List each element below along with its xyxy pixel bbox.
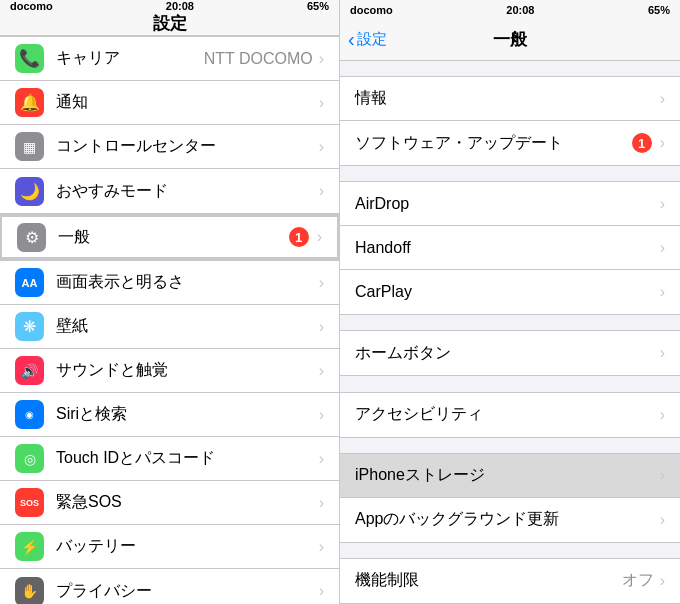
right-carrier: docomo — [350, 4, 393, 16]
right-battery: 65% — [648, 4, 670, 16]
right-list-5: iPhoneストレージ › Appのバックグラウンド更新 › — [340, 453, 680, 543]
touch-id-label: Touch IDとパスコード — [56, 448, 319, 469]
sounds-label: サウンドと触覚 — [56, 360, 319, 381]
right-panel: docomo 20:08 65% ‹ 設定 一般 情報 › ソフトウェア・アップ… — [340, 0, 680, 604]
wallpaper-chevron: › — [319, 318, 324, 336]
right-nav-bar: ‹ 設定 一般 — [340, 19, 680, 61]
right-list-2: AirDrop › Handoff › CarPlay › — [340, 181, 680, 315]
home-button-label: ホームボタン — [355, 343, 660, 364]
accessibility-label: アクセシビリティ — [355, 404, 660, 425]
sidebar-item-siri[interactable]: ◉ Siriと検索 › — [0, 393, 339, 437]
siri-chevron: › — [319, 406, 324, 424]
back-button[interactable]: ‹ 設定 — [348, 30, 387, 49]
carplay-label: CarPlay — [355, 283, 660, 301]
general-icon: ⚙ — [17, 223, 46, 252]
bg-refresh-chevron: › — [660, 511, 665, 529]
touch-id-chevron: › — [319, 450, 324, 468]
restrictions-label: 機能制限 — [355, 570, 622, 591]
carrier-label: キャリア — [56, 48, 204, 69]
software-update-label: ソフトウェア・アップデート — [355, 133, 632, 154]
sidebar-item-battery[interactable]: ⚡ バッテリー › — [0, 525, 339, 569]
do-not-disturb-chevron: › — [319, 182, 324, 200]
touch-id-icon: ◎ — [15, 444, 44, 473]
siri-icon: ◉ — [15, 400, 44, 429]
right-list-4: アクセシビリティ › — [340, 392, 680, 438]
settings-list-1: 📞 キャリア NTT DOCOMO › 🔔 通知 › ▦ コントロールセンター … — [0, 36, 339, 214]
sos-label: 緊急SOS — [56, 492, 319, 513]
sidebar-item-notifications[interactable]: 🔔 通知 › — [0, 81, 339, 125]
restrictions-value: オフ — [622, 570, 654, 591]
right-list-3: ホームボタン › — [340, 330, 680, 376]
battery-label: バッテリー — [56, 536, 319, 557]
left-status-bar: docomo 20:08 65% — [0, 0, 339, 12]
iphone-storage-chevron: › — [660, 466, 665, 484]
right-sep-5 — [340, 438, 680, 453]
sidebar-item-do-not-disturb[interactable]: 🌙 おやすみモード › — [0, 169, 339, 213]
notifications-label: 通知 — [56, 92, 319, 113]
sidebar-item-display[interactable]: AA 画面表示と明るさ › — [0, 261, 339, 305]
sos-chevron: › — [319, 494, 324, 512]
carrier-icon: 📞 — [15, 44, 44, 73]
general-label: 一般 — [58, 227, 289, 248]
sidebar-item-general[interactable]: ⚙ 一般 1 › — [0, 215, 339, 259]
control-center-chevron: › — [319, 138, 324, 156]
right-status-bar: docomo 20:08 65% — [340, 0, 680, 19]
right-nav-title: 一般 — [493, 28, 527, 51]
left-nav-bar: 設定 — [0, 12, 339, 36]
airdrop-chevron: › — [660, 195, 665, 213]
right-list-1: 情報 › ソフトウェア・アップデート 1 › — [340, 76, 680, 166]
carplay-chevron: › — [660, 283, 665, 301]
airdrop-label: AirDrop — [355, 195, 660, 213]
back-label: 設定 — [357, 30, 387, 49]
right-item-restrictions[interactable]: 機能制限 オフ › — [340, 559, 680, 603]
privacy-chevron: › — [319, 582, 324, 600]
software-update-chevron: › — [660, 134, 665, 152]
right-item-software-update[interactable]: ソフトウェア・アップデート 1 › — [340, 121, 680, 165]
right-item-handoff[interactable]: Handoff › — [340, 226, 680, 270]
siri-label: Siriと検索 — [56, 404, 319, 425]
general-badge: 1 — [289, 227, 309, 247]
right-item-bg-refresh[interactable]: Appのバックグラウンド更新 › — [340, 498, 680, 542]
right-item-about[interactable]: 情報 › — [340, 77, 680, 121]
notifications-icon: 🔔 — [15, 88, 44, 117]
sidebar-item-carrier[interactable]: 📞 キャリア NTT DOCOMO › — [0, 37, 339, 81]
about-label: 情報 — [355, 88, 660, 109]
display-chevron: › — [319, 274, 324, 292]
sidebar-item-touch-id[interactable]: ◎ Touch IDとパスコード › — [0, 437, 339, 481]
carrier-chevron: › — [319, 50, 324, 68]
display-icon: AA — [15, 268, 44, 297]
wallpaper-label: 壁紙 — [56, 316, 319, 337]
accessibility-chevron: › — [660, 406, 665, 424]
do-not-disturb-icon: 🌙 — [15, 177, 44, 206]
sidebar-item-privacy[interactable]: ✋ プライバシー › — [0, 569, 339, 604]
control-center-label: コントロールセンター — [56, 136, 319, 157]
right-item-carplay[interactable]: CarPlay › — [340, 270, 680, 314]
software-update-badge: 1 — [632, 133, 652, 153]
left-carrier: docomo — [10, 0, 53, 12]
back-chevron-icon: ‹ — [348, 29, 355, 49]
do-not-disturb-label: おやすみモード — [56, 181, 319, 202]
left-panel: docomo 20:08 65% 設定 📞 キャリア NTT DOCOMO › … — [0, 0, 340, 604]
battery-chevron: › — [319, 538, 324, 556]
right-list-6: 機能制限 オフ › — [340, 558, 680, 604]
right-item-home-button[interactable]: ホームボタン › — [340, 331, 680, 375]
sidebar-item-control-center[interactable]: ▦ コントロールセンター › — [0, 125, 339, 169]
wallpaper-icon: ❋ — [15, 312, 44, 341]
notifications-chevron: › — [319, 94, 324, 112]
iphone-storage-label: iPhoneストレージ — [355, 465, 660, 486]
sidebar-item-sos[interactable]: SOS 緊急SOS › — [0, 481, 339, 525]
left-time: 20:08 — [166, 0, 194, 12]
right-item-iphone-storage[interactable]: iPhoneストレージ › — [340, 454, 680, 498]
right-sep-3 — [340, 315, 680, 330]
restrictions-chevron: › — [660, 572, 665, 590]
right-item-accessibility[interactable]: アクセシビリティ › — [340, 393, 680, 437]
control-center-icon: ▦ — [15, 132, 44, 161]
sidebar-item-sounds[interactable]: 🔊 サウンドと触覚 › — [0, 349, 339, 393]
sidebar-item-wallpaper[interactable]: ❋ 壁紙 › — [0, 305, 339, 349]
right-item-airdrop[interactable]: AirDrop › — [340, 182, 680, 226]
right-sep-4 — [340, 376, 680, 391]
settings-list-3: AA 画面表示と明るさ › ❋ 壁紙 › 🔊 サウンドと触覚 › ◉ Siriと… — [0, 260, 339, 604]
display-label: 画面表示と明るさ — [56, 272, 319, 293]
handoff-label: Handoff — [355, 239, 660, 257]
sos-icon: SOS — [15, 488, 44, 517]
